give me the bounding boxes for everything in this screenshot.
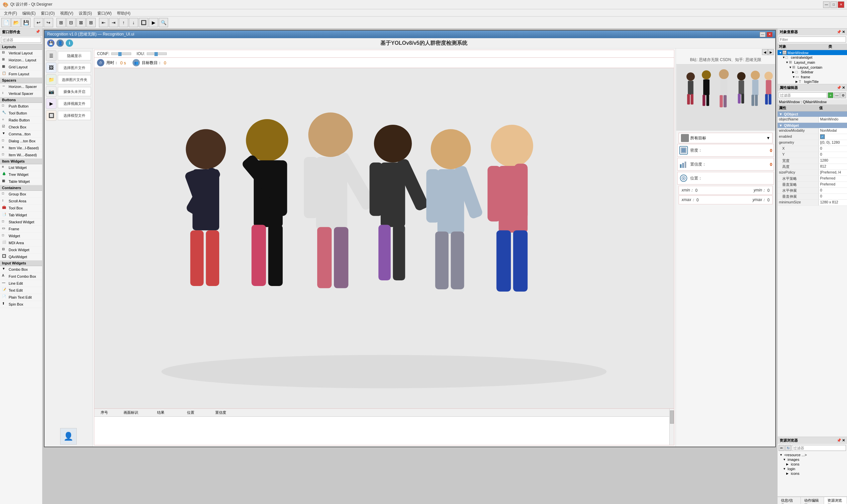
category-layouts[interactable]: Layouts <box>0 44 42 50</box>
widget-filter-input[interactable] <box>1 37 41 43</box>
maximize-button[interactable]: □ <box>830 1 837 8</box>
prop-sizepolicy-value[interactable]: [Preferred, H <box>819 170 847 176</box>
camera-button[interactable]: 摄像头未开启 <box>58 87 91 96</box>
tree-item-layout-main[interactable]: ▼ ⊞ Layout_main <box>778 60 847 65</box>
prop-geometry-value[interactable]: [(0, 0), 1280 <box>819 140 847 146</box>
target-dropdown[interactable]: 所有目标 ▼ <box>679 133 773 143</box>
category-spacers[interactable]: Spacers <box>0 78 42 83</box>
widget-group-box[interactable]: □ Group Box <box>0 191 42 198</box>
widget-mdi-area[interactable]: ⬜ MDI Area <box>0 239 42 247</box>
prop-hpolicy-value[interactable]: Preferred <box>819 176 847 181</box>
toolbar-undo[interactable]: ↩ <box>34 18 43 27</box>
widget-tool-button[interactable]: 🔧 Tool Button <box>0 110 42 117</box>
toolbar-open[interactable]: 📂 <box>11 18 21 27</box>
widget-stacked-widget[interactable]: □ Stacked Widget <box>0 219 42 226</box>
select-image-button[interactable]: 选择图片文件 <box>58 63 91 72</box>
widget-tool-box[interactable]: 🧰 Tool Box <box>0 205 42 212</box>
widget-scroll-area[interactable]: ↕ Scroll Area <box>0 198 42 205</box>
res-item-images[interactable]: ▼ images <box>778 457 846 462</box>
tab-resource-browser[interactable]: 资源浏览器 <box>824 497 847 504</box>
widget-table-widget[interactable]: ▦ Table Widget <box>0 178 42 185</box>
prop-hstretch-value[interactable]: 0 <box>819 188 847 194</box>
menu-help[interactable]: 帮助(H) <box>114 10 133 16</box>
widget-font-combo-box[interactable]: A Font Combo Box <box>0 273 42 280</box>
user-icon-btn[interactable]: 👤 <box>56 39 64 47</box>
prop-objectname-value[interactable]: MainWindo <box>819 117 847 122</box>
iou-slider-thumb[interactable] <box>154 52 158 56</box>
prop-filter-input[interactable] <box>779 92 827 98</box>
widget-dock-widget[interactable]: ⊟ Dock Widget <box>0 247 42 253</box>
select-video-button[interactable]: 选择视频文件 <box>58 99 91 108</box>
widget-item-view-based[interactable]: ≡ Item Vie...I-Based) <box>0 145 42 151</box>
tab-info-signal[interactable]: 信息/信号... <box>778 497 801 504</box>
menu-window[interactable]: 窗口(O) <box>38 10 57 16</box>
resource-refresh-btn[interactable]: ↻ <box>785 445 791 451</box>
prop-y-value[interactable]: 0 <box>819 152 847 158</box>
category-input-widgets[interactable]: Input Widgets <box>0 260 42 266</box>
select-model-button[interactable]: 选择模型文件 <box>58 111 91 120</box>
table-scroll-thumb[interactable] <box>670 410 674 424</box>
toolbar-layout1[interactable]: ⊞ <box>56 18 66 27</box>
save-icon-btn[interactable]: 💾 <box>47 39 54 47</box>
widget-tree-widget[interactable]: 🌲 Tree Widget <box>0 171 42 178</box>
inspector-close[interactable]: ✕ <box>842 30 845 34</box>
widget-item-widget-based[interactable]: □ Item Wi...-Based) <box>0 151 42 159</box>
toolbar-zoom[interactable]: 🔍 <box>159 18 168 27</box>
resource-browser-pin[interactable]: 📌 <box>837 438 841 443</box>
resource-edit-btn[interactable]: ✏ <box>779 445 784 451</box>
menu-view[interactable]: 视图(V) <box>57 10 76 16</box>
widget-box-pin[interactable]: 📌 <box>36 30 40 35</box>
tree-item-layout-contain[interactable]: ▼ ⊞ Layout_contain <box>778 65 847 70</box>
select-folder-button[interactable]: 选择图片文件夹 <box>58 75 91 84</box>
prop-filter-add[interactable]: + <box>828 92 833 98</box>
nav-right-button[interactable]: ▶ <box>768 49 774 55</box>
prop-minsize-value[interactable]: 1280 x 812 <box>819 200 847 205</box>
toolbar-group[interactable]: 🔲 <box>139 18 148 27</box>
widget-radio-button[interactable]: ○ Radio Button <box>0 117 42 124</box>
table-scrollbar[interactable] <box>669 409 674 445</box>
widget-combo-box[interactable]: ▼ Combo Box <box>0 266 42 273</box>
inspector-filter-input[interactable] <box>779 36 846 42</box>
widget-vert-spacer[interactable]: ↕ Vertical Spacer <box>0 90 42 97</box>
widget-check-box[interactable]: ☑ Check Box <box>0 124 42 131</box>
res-item-icons1[interactable]: ▶ icons <box>778 462 846 467</box>
res-item-root[interactable]: ▼ <resource ...> <box>778 453 846 457</box>
prop-x-value[interactable]: 0 <box>819 146 847 151</box>
widget-spin-box[interactable]: ⬆ Spin Box <box>0 301 42 308</box>
widget-form-layout[interactable]: 📋 Form Layout <box>0 71 42 78</box>
tree-item-centralwidget[interactable]: ▼ □ centralwidget <box>778 55 847 60</box>
info-icon-btn[interactable]: ℹ <box>66 39 73 47</box>
prop-width-value[interactable]: 1280 <box>819 158 847 164</box>
widget-qaxwidget[interactable]: 🔲 QAxWidget <box>0 253 42 260</box>
widget-list-widget[interactable]: ≡ List Widget <box>0 164 42 171</box>
designer-minimize[interactable]: — <box>760 32 766 37</box>
hide-show-button[interactable]: 隐藏显示 <box>58 51 91 60</box>
toolbar-align2[interactable]: ⇥ <box>109 18 118 27</box>
tree-item-mainwindow[interactable]: ▼ 🪟 MainWindow <box>778 50 847 55</box>
toolbar-redo[interactable]: ↪ <box>44 18 53 27</box>
tree-item-frame[interactable]: ▼ ▭ frame <box>778 74 847 79</box>
enabled-checkbox[interactable]: ✓ <box>820 134 825 139</box>
minimize-button[interactable]: — <box>823 1 830 8</box>
menu-window2[interactable]: 窗口(W) <box>95 10 114 16</box>
prop-editor-close[interactable]: ✕ <box>842 86 845 90</box>
tree-item-login-title[interactable]: ▶ T loginTitle <box>778 79 847 84</box>
widget-vertical-layout[interactable]: ⊟ Vertical Layout <box>0 50 42 57</box>
category-item-widgets[interactable]: Item Widgets <box>0 159 42 164</box>
prop-windowmodality-value[interactable]: NonModal <box>819 128 847 134</box>
designer-close[interactable]: ✕ <box>767 32 773 37</box>
toolbar-align3[interactable]: ↑ <box>119 18 128 27</box>
prop-filter-del[interactable]: — <box>834 92 840 98</box>
widget-frame[interactable]: ▭ Frame <box>0 226 42 233</box>
toolbar-align4[interactable]: ↓ <box>129 18 138 27</box>
widget-tab-widget[interactable]: 📑 Tab Widget <box>0 212 42 219</box>
close-button[interactable]: ✕ <box>838 1 844 8</box>
inspector-pin[interactable]: 📌 <box>837 30 841 34</box>
menu-settings[interactable]: 设置(S) <box>76 10 95 16</box>
resource-browser-close[interactable]: ✕ <box>842 438 845 443</box>
widget-command-button[interactable]: ▼ Comma...tton <box>0 131 42 138</box>
prop-editor-pin[interactable]: 📌 <box>837 86 841 90</box>
prop-vpolicy-value[interactable]: Preferred <box>819 182 847 187</box>
widget-grid-layout[interactable]: ▦ Grid Layout <box>0 64 42 71</box>
prop-height-value[interactable]: 812 <box>819 164 847 169</box>
